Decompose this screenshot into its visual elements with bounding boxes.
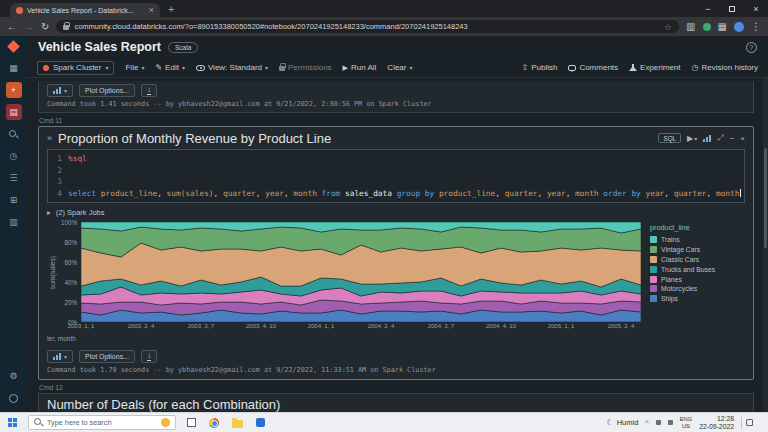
code-line[interactable] [68,176,744,188]
code-line[interactable] [68,165,744,177]
bar-chart-icon [53,353,61,360]
run-all-button[interactable]: ▶ Run All [343,63,377,72]
extensions-puzzle-icon[interactable]: ▦ [718,22,727,32]
browser-menu-icon[interactable]: ⋮ [751,22,761,32]
sidebar-settings-icon[interactable]: ⚙ [6,368,22,384]
sidebar-jobs-icon[interactable]: ▥ [6,214,22,230]
window-close-button[interactable]: × [744,0,768,17]
minimize-cell-icon[interactable]: − [730,134,735,143]
system-tray: ☾ Humid ^ ENG US 12:28 22-09-2022 [607,415,766,431]
network-icon[interactable] [656,420,661,425]
expand-cell-icon[interactable]: ⤢ [717,133,723,143]
notebook-toolbar: Spark Cluster ▾ File ▾ ✎ Edit ▾ View: St… [27,58,768,78]
code-token: , [256,189,265,198]
url-field[interactable]: community.cloud.databricks.com/?o=890153… [56,20,679,33]
file-menu[interactable]: File ▾ [125,63,144,72]
sidebar-workspace-icon[interactable]: ▦ [6,60,22,76]
volume-icon[interactable] [668,420,673,425]
window-maximize-button[interactable] [720,0,744,17]
tab-close-icon[interactable]: × [149,6,154,15]
code-editor[interactable]: 1234 %sql select product_line, sum(sales… [47,149,745,203]
browser-tab[interactable]: Vehicle Sales Report - Databrick... × [10,3,160,17]
close-cell-icon[interactable]: × [740,134,745,143]
x-tick-label: 2005, 2, 4 [608,323,635,329]
sidebar-search-button[interactable] [6,126,22,142]
window-minimize-button[interactable]: − [696,0,720,17]
notebook-scrollbar [763,78,768,412]
y-tick-label: 20% [64,299,77,306]
clock-icon: ◷ [692,63,699,72]
spark-jobs-link[interactable]: (2) Spark Jobs [56,208,105,217]
experiment-button[interactable]: Experiment [629,63,680,72]
code-token: product_line [101,189,157,198]
back-icon[interactable]: ← [7,22,17,32]
download-result-button[interactable]: ↓ [141,350,157,363]
screen: Vehicle Sales Report - Databrick... × + … [0,0,768,432]
chart-type-button[interactable]: ▾ [47,350,73,363]
new-tab-button[interactable]: + [168,3,174,15]
notification-center-button[interactable] [741,417,753,429]
extension-icon[interactable] [703,23,711,31]
x-tick-label: 2004, 4, 10 [486,323,516,329]
plot-options-button[interactable]: Plot Options... [79,84,135,97]
sidebar-compute-icon[interactable]: ⊞ [6,192,22,208]
reload-icon[interactable]: ↻ [41,22,49,32]
legend-item[interactable]: Trains [650,235,745,245]
legend-item[interactable]: Planes [650,274,745,284]
legend-swatch [650,256,657,263]
forward-icon[interactable]: → [24,22,34,32]
sidebar-recents-icon[interactable]: ◷ [6,148,22,164]
taskbar-clock[interactable]: 12:28 22-09-2022 [699,415,734,431]
legend-swatch [650,295,657,302]
edit-menu[interactable]: ✎ Edit ▾ [155,63,185,72]
permissions-button[interactable]: Permissions [279,63,332,72]
help-icon[interactable]: ? [746,42,757,53]
legend-swatch [650,246,657,253]
plot-options-button[interactable]: Plot Options... [79,350,135,363]
legend-item[interactable]: Trucks and Buses [650,264,745,274]
scrollbar-thumb[interactable] [764,148,767,248]
weather-widget[interactable]: ☾ Humid [607,418,639,427]
run-cell-button[interactable]: ▶ ▾ [687,134,697,143]
blue-app-icon [256,418,265,427]
task-view-icon [187,418,196,427]
legend-label: Vintage Cars [661,246,700,253]
x-tick-label: 2004, 3, 7 [428,323,455,329]
comments-button[interactable]: Comments [568,63,618,72]
download-result-button[interactable]: ↓ [141,84,157,97]
taskbar-search-input[interactable]: Type here to search [28,415,176,430]
legend-item[interactable]: Classic Cars [650,255,745,265]
language-indicator[interactable]: ENG US [680,416,693,429]
experiment-label: Experiment [640,63,680,72]
sidebar-data-icon[interactable]: ☰ [6,170,22,186]
legend-item[interactable]: Ships [650,294,745,304]
code-token: month [575,189,598,198]
task-view-button[interactable] [183,414,199,432]
cluster-selector[interactable]: Spark Cluster ▾ [37,61,114,75]
code-line[interactable]: %sql [68,153,744,165]
taskbar-chrome-button[interactable] [206,414,222,432]
sidebar-notebook-icon[interactable]: ▤ [6,104,22,120]
revision-history-button[interactable]: ◷ Revision history [692,63,758,72]
publish-button[interactable]: ⇧ Publish [521,63,557,72]
profile-avatar[interactable] [734,22,744,32]
tray-expand-icon[interactable]: ^ [645,419,648,426]
sidebar-create-icon[interactable]: + [6,82,22,98]
taskbar-app-button[interactable] [252,414,268,432]
start-button[interactable] [3,413,21,432]
side-panel-icon[interactable]: ▥ [686,22,695,32]
clear-menu[interactable]: Clear ▾ [387,63,412,72]
legend-item[interactable]: Motorcycles [650,284,745,294]
bookmark-star-icon[interactable]: ☆ [664,22,672,32]
spark-jobs-expander-icon[interactable]: ▸ [47,208,51,217]
chart-icon[interactable] [703,135,711,142]
sidebar-account-button[interactable] [6,390,22,406]
taskbar-explorer-button[interactable] [229,414,245,432]
view-menu[interactable]: View: Standard ▾ [196,63,268,72]
legend-item[interactable]: Vintage Cars [650,245,745,255]
collapse-icon[interactable]: » [47,133,52,143]
code-line[interactable]: select product_line, sum(sales), quarter… [68,188,744,200]
plot-area: 2003, 1, 12003, 2, 42003, 3, 72003, 4, 1… [81,222,641,322]
databricks-logo-icon [7,40,20,53]
chart-type-button[interactable]: ▾ [47,84,73,97]
